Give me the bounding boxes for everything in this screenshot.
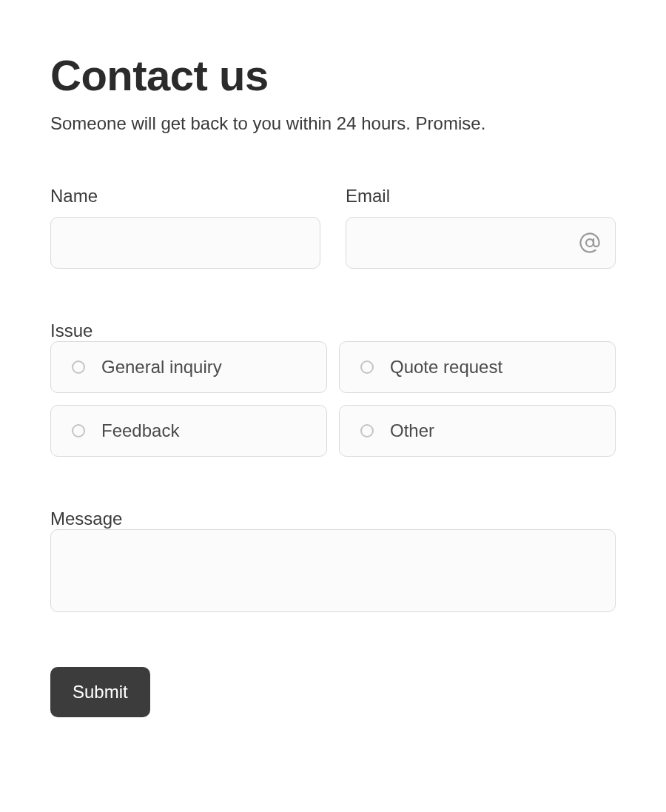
name-label: Name	[50, 186, 320, 207]
issue-section: Issue General inquiry Quote request Feed…	[50, 321, 616, 457]
page-title: Contact us	[50, 50, 616, 100]
issue-label: Issue	[50, 321, 92, 340]
issue-option-other[interactable]: Other	[339, 405, 616, 457]
issue-option-general-inquiry[interactable]: General inquiry	[50, 341, 327, 393]
issue-option-label: Other	[390, 420, 434, 441]
issue-option-quote-request[interactable]: Quote request	[339, 341, 616, 393]
submit-button[interactable]: Submit	[50, 667, 150, 717]
message-label: Message	[50, 509, 122, 529]
radio-icon	[72, 424, 85, 437]
issue-option-feedback[interactable]: Feedback	[50, 405, 327, 457]
page-subtitle: Someone will get back to you within 24 h…	[50, 113, 616, 134]
radio-icon	[72, 360, 85, 374]
issue-option-label: General inquiry	[101, 357, 222, 378]
message-input[interactable]	[50, 529, 616, 612]
issue-option-label: Feedback	[101, 420, 179, 441]
name-input[interactable]	[50, 217, 320, 269]
name-field: Name	[50, 186, 320, 269]
issue-option-label: Quote request	[390, 357, 502, 378]
email-label: Email	[346, 186, 616, 207]
message-section: Message	[50, 509, 616, 615]
email-input[interactable]	[346, 217, 616, 269]
radio-icon	[360, 424, 374, 437]
email-field: Email	[346, 186, 616, 269]
radio-icon	[360, 360, 374, 374]
